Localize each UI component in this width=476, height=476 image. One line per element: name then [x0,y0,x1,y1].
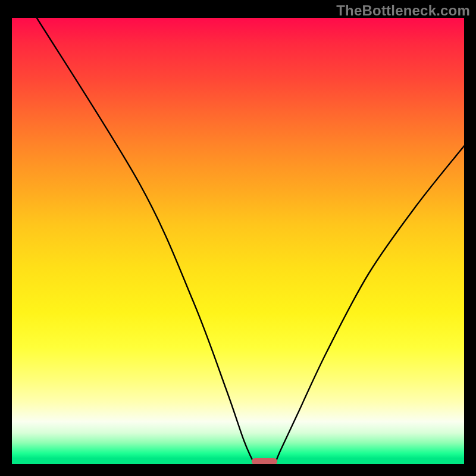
curve-svg [12,18,464,464]
curve-right-branch [276,146,464,461]
watermark-text: TheBottleneck.com [336,2,470,19]
chart-frame: TheBottleneck.com [0,0,476,476]
plot-area [12,18,464,464]
curve-left-branch [37,18,253,461]
min-marker [252,458,277,464]
